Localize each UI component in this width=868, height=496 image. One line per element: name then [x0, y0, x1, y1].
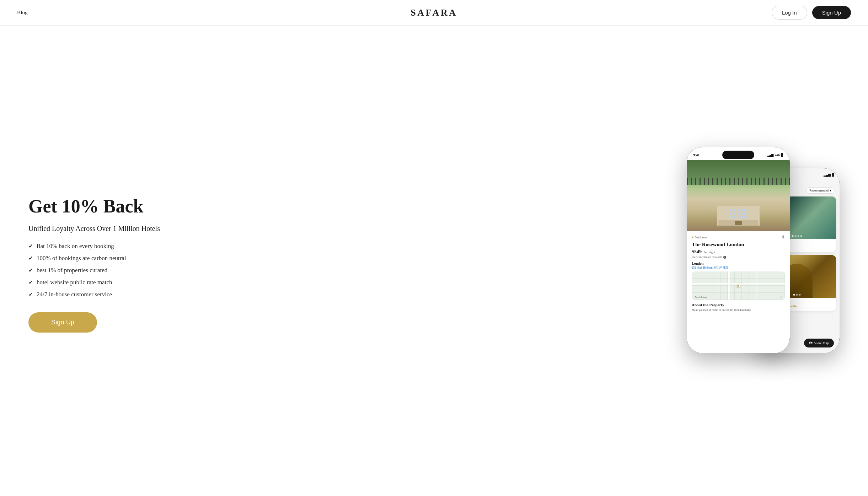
map-icon: 🗺	[809, 341, 813, 345]
feature-item-5: ✓ 24/7 in-house customer service	[28, 291, 160, 298]
map-label-info: ©	[780, 296, 782, 298]
dots-1	[792, 235, 802, 237]
feature-item-3: ✓ best 1% of properties curated	[28, 267, 160, 274]
wifi-icon: ▂▄▆	[824, 173, 831, 177]
map-label-apple: Apple Maps	[695, 296, 707, 298]
wifi-icon-front: wifi	[775, 153, 780, 157]
dots-2	[793, 294, 801, 296]
location-city: London	[692, 262, 785, 265]
status-icons: ▂▄▆ wifi ▊	[767, 153, 783, 157]
view-map-label: View Map	[814, 341, 829, 345]
checkmark-icon-1: ✓	[28, 243, 33, 249]
cancellation-text: Free cancellation available	[692, 255, 722, 259]
checkmark-icon-3: ✓	[28, 267, 33, 274]
location-section: London 252 High Holborn, WC1V 7EN	[692, 262, 785, 269]
chevron-down-icon: ▾	[830, 189, 831, 192]
about-title: About the Property	[692, 303, 785, 307]
heart-icon: ♥	[692, 235, 694, 239]
signal-icon: ▂▄▆	[767, 153, 774, 157]
map-pin	[736, 284, 740, 287]
about-section: About the Property Make yourself at home…	[687, 303, 790, 315]
dot-2	[795, 235, 797, 237]
dot-2-1	[793, 294, 795, 296]
phone-front: 9:41 ▂▄▆ wifi ▊	[687, 147, 790, 353]
dot-2-2	[796, 294, 798, 296]
dot-1	[792, 235, 794, 237]
hotel-card-front: ♥ We Love ⬆ The Rosewood London $549 Per…	[687, 231, 790, 269]
battery-icon: ▊	[832, 173, 835, 177]
we-love-text: We Love	[695, 236, 707, 239]
price-row: $549 Per night	[692, 249, 785, 255]
recommended-label: Recommended	[809, 189, 829, 192]
hero-section: Get 10% Back Unified Loyalty Across Over…	[0, 26, 868, 496]
about-text: Make yourself at home in one of the 48 i…	[692, 308, 785, 312]
dot-4	[800, 235, 802, 237]
map-area[interactable]: Apple Maps ©	[692, 271, 785, 300]
share-icon[interactable]: ⬆	[781, 234, 785, 240]
feature-text-3: best 1% of properties curated	[37, 267, 107, 274]
signup-nav-button[interactable]: Sign Up	[812, 6, 851, 19]
building-block	[717, 206, 760, 226]
hero-left: Get 10% Back Unified Loyalty Across Over…	[28, 196, 160, 332]
we-love-badge: ♥ We Love	[692, 235, 707, 239]
feature-text-1: flat 10% back on every booking	[37, 243, 114, 250]
hotel-image-inner	[687, 160, 790, 231]
location-address[interactable]: 252 High Holborn, WC1V 7EN	[692, 266, 785, 269]
phones-container: ▂▄▆ ▊ Tulum, Mexico Recommended ▾	[669, 147, 840, 382]
blog-link[interactable]: Blog	[17, 10, 28, 16]
recommended-filter[interactable]: Recommended ▾	[806, 187, 835, 194]
per-night-label: Per night	[703, 250, 715, 254]
dot-3	[798, 235, 799, 237]
feature-list: ✓ flat 10% back on every booking ✓ 100% …	[28, 243, 160, 298]
navbar: Blog SAFARA Log In Sign Up	[0, 0, 868, 26]
battery-icon-front: ▊	[781, 153, 783, 157]
cancellation-row: Free cancellation available i	[692, 255, 785, 259]
dot-2-3	[799, 294, 801, 296]
view-map-button[interactable]: 🗺 View Map	[804, 339, 834, 347]
front-screen: 9:41 ▂▄▆ wifi ▊	[687, 147, 790, 353]
feature-item-1: ✓ flat 10% back on every booking	[28, 243, 160, 250]
login-button[interactable]: Log In	[772, 6, 807, 20]
info-icon: i	[723, 256, 726, 259]
price-amount: $549	[692, 249, 702, 255]
hero-headline: Get 10% Back	[28, 196, 160, 216]
checkmark-icon-4: ✓	[28, 279, 33, 286]
feature-text-2: 100% of bookings are carbon neutral	[37, 255, 126, 262]
hero-subheadline: Unified Loyalty Across Over 1 Million Ho…	[28, 225, 160, 233]
feature-text-5: 24/7 in-house customer service	[37, 291, 112, 298]
we-love-row: ♥ We Love ⬆	[692, 234, 785, 240]
checkmark-icon-2: ✓	[28, 255, 33, 262]
status-time: 9:41	[693, 153, 700, 157]
hotel-image-area	[687, 160, 790, 231]
nav-actions: Log In Sign Up	[772, 6, 851, 20]
feature-item-4: ✓ hotel website public rate match	[28, 279, 160, 286]
feature-item-2: ✓ 100% of bookings are carbon neutral	[28, 255, 160, 262]
checkmark-icon-5: ✓	[28, 291, 33, 298]
hotel-name-front: The Rosewood London	[692, 241, 785, 248]
feature-text-4: hotel website public rate match	[37, 279, 112, 286]
signup-hero-button[interactable]: Sign Up	[28, 312, 97, 333]
front-notch	[722, 151, 754, 159]
logo: SAFARA	[411, 7, 457, 18]
